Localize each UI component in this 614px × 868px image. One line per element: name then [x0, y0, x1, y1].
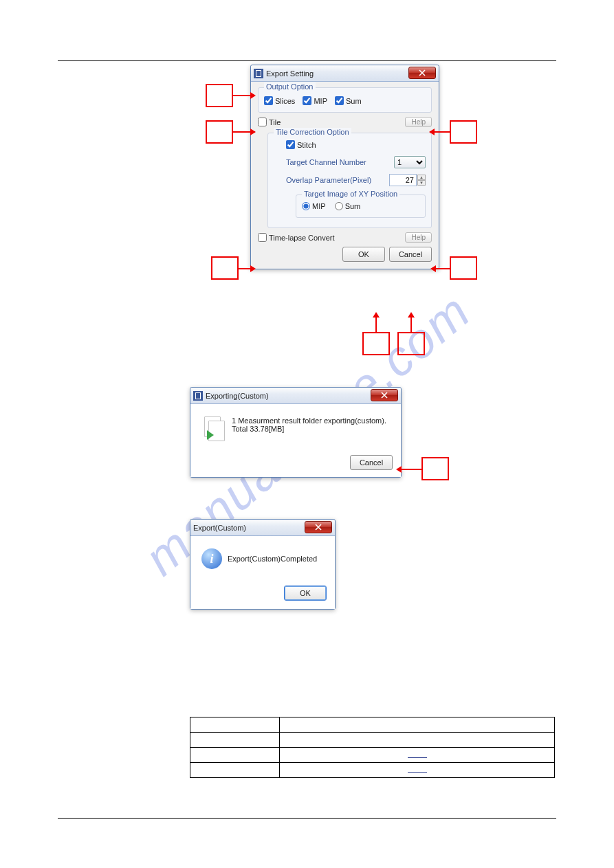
sum-checkbox-input[interactable] — [335, 96, 344, 105]
callout-box — [211, 256, 239, 280]
page-rule-top — [58, 60, 556, 61]
output-option-group: Output Option Slices MIP Sum — [258, 87, 432, 113]
titlebar: Export Setting — [251, 65, 439, 82]
exporting-line2: Total 33.78[MB] — [232, 425, 386, 433]
callout-arrow — [239, 268, 255, 269]
mip-checkbox[interactable]: MIP — [303, 96, 327, 105]
dialog-title: Exporting(Custom) — [206, 392, 269, 400]
timelapse-checkbox-label: Time-lapse Convert — [269, 234, 335, 242]
tile-correction-group: Tile Correction Option Stitch Target Cha… — [267, 133, 432, 228]
app-icon — [193, 391, 203, 401]
close-button[interactable] — [408, 67, 436, 79]
tile-checkbox[interactable]: Tile — [258, 118, 281, 126]
reference-table — [190, 717, 555, 778]
close-icon — [315, 524, 322, 531]
target-channel-select[interactable]: 1 — [394, 156, 426, 168]
export-icon — [204, 416, 225, 441]
close-button[interactable] — [305, 521, 332, 533]
exporting-line1: 1 Measurment result folder exporting(cus… — [232, 416, 386, 425]
output-option-legend: Output Option — [264, 82, 316, 91]
cancel-button[interactable]: Cancel — [350, 455, 393, 470]
titlebar: Export(Custom) — [190, 520, 335, 536]
overlap-spinner[interactable]: ▲▼ — [389, 174, 426, 186]
target-sum-radio-label: Sum — [345, 202, 361, 210]
close-icon — [381, 392, 388, 399]
dialog-title: Export Setting — [266, 69, 314, 78]
target-image-group: Target Image of XY Position MIP Sum — [296, 194, 426, 218]
callout-box — [206, 120, 233, 144]
sum-checkbox-label: Sum — [346, 97, 362, 105]
callout-box — [206, 84, 233, 107]
stitch-checkbox[interactable]: Stitch — [286, 140, 316, 149]
target-mip-radio[interactable]: MIP — [302, 202, 326, 210]
ok-button[interactable]: OK — [342, 247, 385, 262]
callout-arrow — [233, 131, 255, 133]
mip-checkbox-label: MIP — [314, 97, 327, 105]
spin-up-icon[interactable]: ▲ — [417, 175, 426, 180]
callout-box — [362, 332, 390, 355]
titlebar: Exporting(Custom) — [190, 388, 401, 404]
dialog-title: Export(Custom) — [193, 524, 246, 532]
target-image-legend: Target Image of XY Position — [302, 190, 399, 198]
target-mip-radio-label: MIP — [312, 202, 326, 210]
tile-checkbox-label: Tile — [269, 118, 281, 126]
stitch-checkbox-input[interactable] — [286, 140, 295, 149]
callout-arrow — [397, 469, 421, 470]
slices-checkbox[interactable]: Slices — [264, 96, 295, 105]
export-custom-complete-dialog: Export(Custom) i Export(Custom)Completed… — [190, 519, 336, 610]
timelapse-checkbox-input[interactable] — [258, 233, 267, 242]
target-mip-radio-input[interactable] — [302, 202, 310, 210]
close-icon — [419, 69, 426, 76]
callout-box — [450, 256, 477, 280]
ok-button[interactable]: OK — [284, 586, 327, 601]
callout-arrow — [375, 313, 377, 332]
overlap-param-label: Overlap Parameter(Pixel) — [286, 176, 371, 184]
tile-checkbox-input[interactable] — [258, 118, 267, 126]
callout-box — [450, 120, 477, 144]
target-channel-label: Target Channel Number — [286, 158, 366, 166]
info-icon: i — [201, 548, 222, 569]
page-rule-bottom — [58, 818, 556, 819]
slices-checkbox-input[interactable] — [264, 96, 273, 105]
slices-checkbox-label: Slices — [275, 97, 295, 105]
export-complete-message: Export(Custom)Completed — [228, 555, 317, 563]
button-bar: OK Cancel — [258, 243, 432, 262]
mip-checkbox-input[interactable] — [303, 96, 311, 105]
exporting-custom-dialog: Exporting(Custom) 1 Measurment result fo… — [190, 387, 402, 478]
callout-arrow — [431, 268, 450, 269]
tile-correction-legend: Tile Correction Option — [274, 128, 351, 136]
cancel-button[interactable]: Cancel — [389, 247, 432, 262]
tile-help-button[interactable]: Help — [405, 117, 432, 127]
close-button[interactable] — [371, 389, 398, 401]
timelapse-help-button[interactable]: Help — [405, 232, 432, 243]
app-icon — [254, 69, 263, 78]
callout-box — [397, 332, 425, 355]
callout-arrow — [430, 131, 450, 133]
spin-down-icon[interactable]: ▼ — [417, 180, 426, 186]
table-link-mark — [408, 772, 427, 773]
table-link-mark — [408, 757, 427, 758]
timelapse-row: Time-lapse Convert Help — [258, 232, 432, 243]
target-sum-radio-input[interactable] — [335, 202, 343, 210]
timelapse-checkbox[interactable]: Time-lapse Convert — [258, 233, 335, 242]
tile-row: Tile Help — [258, 117, 432, 127]
callout-arrow — [233, 95, 255, 96]
overlap-input[interactable] — [389, 174, 417, 186]
callout-box — [421, 457, 449, 480]
target-sum-radio[interactable]: Sum — [335, 202, 361, 210]
sum-checkbox[interactable]: Sum — [335, 96, 362, 105]
export-setting-dialog: Export Setting Output Option Slices MIP … — [250, 65, 439, 269]
callout-arrow — [410, 313, 412, 332]
stitch-checkbox-label: Stitch — [297, 141, 316, 149]
